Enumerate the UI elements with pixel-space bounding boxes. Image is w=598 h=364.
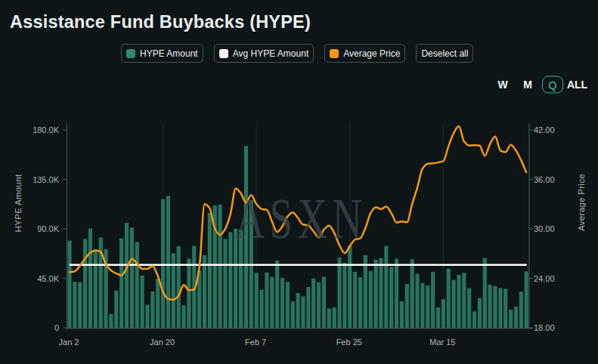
legend-label: HYPE Amount [140,48,198,59]
right-tick-label: 30.00 [534,224,555,233]
bar-mark [519,292,523,328]
bar-mark [358,277,362,328]
bar-mark [473,311,476,328]
legend-label: Average Price [343,48,400,59]
x-tick-label: Mar 15 [429,338,455,347]
bar-mark [259,290,263,328]
bar-mark [265,273,268,328]
bar-mark [317,282,321,328]
bar-mark [114,291,118,328]
bar-mark [488,285,492,328]
bar-mark [457,275,460,328]
bar-mark [369,271,373,328]
bar-mark [150,292,154,328]
bar-mark [509,310,513,328]
x-tick-label: Jan 2 [59,338,79,347]
legend-label: Deselect all [421,48,468,59]
bar-mark [415,274,419,328]
bar-mark [280,278,284,328]
bar-mark [301,296,305,328]
bar-mark [166,196,170,328]
bar-mark [442,299,445,328]
bar-mark [109,314,113,328]
right-tick-label: 18.00 [534,323,555,332]
bar-mark [379,258,383,328]
average-price-swatch-icon [330,49,339,58]
bar-mark [141,276,144,328]
bar-mark [67,240,71,328]
bar-mark [503,288,507,328]
chart-legend: HYPE Amount Avg HYPE Amount Average Pric… [121,44,473,63]
bar-mark [73,282,76,328]
left-tick-label: 180.0K [33,125,60,134]
bar-mark [291,301,295,328]
bar-mark [306,287,310,328]
x-tick-label: Jan 20 [150,338,175,347]
bar-mark [94,250,98,328]
bar-mark [208,213,212,328]
bar-mark [483,258,487,328]
bar-mark [327,308,331,328]
range-option-quarter[interactable]: Q [542,76,563,94]
bar-mark [493,286,497,328]
bar-mark [514,307,518,328]
bar-mark [275,261,279,328]
range-option-month[interactable]: M [523,79,532,91]
legend-label: Avg HYPE Amount [233,48,309,59]
bar-mark [389,267,393,328]
bar-mark [177,246,181,328]
legend-button-hype-amount[interactable]: HYPE Amount [121,44,203,63]
x-tick-label: Feb 25 [336,338,362,347]
bar-mark [88,229,92,328]
bar-mark [447,269,451,328]
bar-mark [78,282,82,328]
bar-mark [498,288,502,328]
avg-hype-amount-swatch-icon [219,49,228,58]
bar-mark [218,205,222,328]
bar-mark [135,242,139,328]
left-tick-label: 45.0K [37,274,59,283]
left-tick-label: 0 [54,323,59,332]
bar-mark [426,285,429,328]
bar-mark [223,239,227,328]
range-option-week[interactable]: W [497,79,507,91]
bar-mark [181,305,185,328]
bar-mark [353,272,357,328]
page-title: Assistance Fund Buybacks (HYPE) [10,12,311,32]
deselect-all-button[interactable]: Deselect all [416,44,473,63]
bar-mark [296,293,300,328]
bar-mark [405,284,409,328]
bar-mark [467,288,471,328]
left-axis-title: HYPE Amount [14,174,23,233]
bar-mark [451,280,455,328]
bar-mark [228,232,232,328]
range-option-all[interactable]: ALL [567,79,587,91]
bar-mark [156,279,160,328]
legend-button-average-price[interactable]: Average Price [324,44,405,63]
bar-mark [436,307,440,328]
bar-mark [145,304,149,328]
bar-mark [395,258,398,328]
right-axis-title: Average Price [577,174,586,231]
bar-mark [161,199,165,328]
hype-amount-swatch-icon [126,49,135,58]
bar-mark [462,273,466,328]
bar-mark [286,282,290,328]
bar-mark [420,283,424,328]
bar-mark [119,239,123,328]
legend-button-avg-hype-amount[interactable]: Avg HYPE Amount [214,44,314,63]
bar-mark [400,301,404,328]
bar-mark [348,245,352,328]
chart-panel: 045.0K90.0K135.0K180.0K18.0024.0030.0036… [0,0,598,364]
bar-mark [83,239,87,328]
bar-mark [478,298,482,328]
bar-mark [187,258,191,328]
bar-mark [431,272,435,328]
bar-mark [373,260,377,328]
bar-mark [525,271,528,328]
bar-mark [311,279,315,328]
x-tick-label: Feb 7 [245,338,266,347]
left-tick-label: 90.0K [37,224,59,233]
left-tick-label: 135.0K [33,175,60,184]
right-tick-label: 42.00 [534,125,555,134]
